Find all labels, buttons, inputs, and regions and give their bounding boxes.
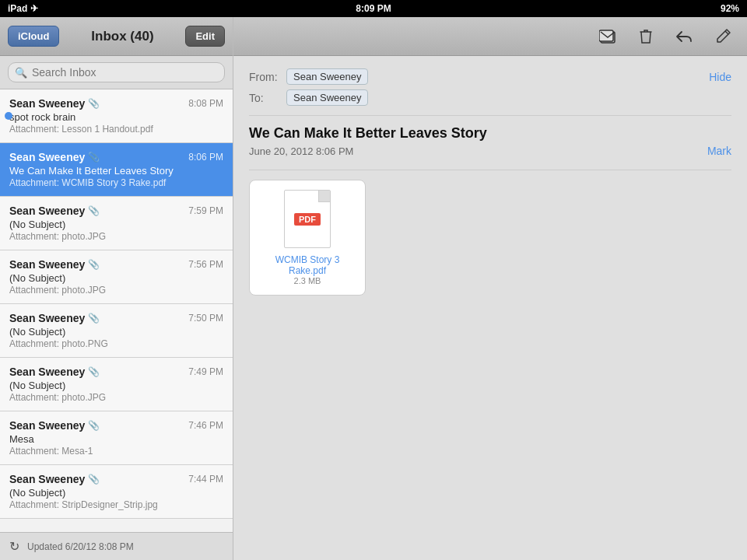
compose-button[interactable]: [711, 25, 735, 48]
reply-icon: [675, 29, 693, 44]
email-subject-preview: spot rock brain: [9, 111, 223, 123]
email-list-item[interactable]: Sean Sweeney 📎 7:44 PM (No Subject) Atta…: [0, 465, 233, 519]
to-label: To:: [249, 92, 280, 104]
email-timestamp: 7:46 PM: [188, 420, 223, 431]
email-timestamp: 8:06 PM: [188, 152, 223, 163]
email-list-item[interactable]: Sean Sweeney 📎 8:08 PM spot rock brain A…: [0, 89, 233, 143]
to-row: To: Sean Sweeney: [249, 89, 731, 106]
from-label: From:: [249, 71, 280, 83]
email-preview: Attachment: photo.PNG: [9, 338, 223, 349]
to-tag: Sean Sweeney: [286, 89, 368, 106]
from-row: From: Sean Sweeney Hide: [249, 68, 731, 85]
header-divider: [249, 115, 731, 116]
email-sender: Sean Sweeney 📎: [9, 258, 100, 271]
email-list-item[interactable]: Sean Sweeney 📎 7:49 PM (No Subject) Atta…: [0, 358, 233, 411]
email-preview: Attachment: Lesson 1 Handout.pdf: [9, 124, 223, 135]
sidebar-header: iCloud Inbox (40) Edit: [0, 17, 233, 56]
email-sender: Sean Sweeney 📎: [9, 473, 100, 485]
email-timestamp: 8:08 PM: [188, 98, 223, 109]
email-list-item[interactable]: Sean Sweeney 📎 8:06 PM We Can Make It Be…: [0, 143, 233, 197]
email-subject: We Can Make It Better Leaves Story: [249, 125, 731, 142]
paperclip-icon: 📎: [88, 474, 100, 485]
detail-toolbar: [233, 17, 747, 56]
paperclip-icon: 📎: [88, 259, 100, 270]
pdf-label: PDF: [294, 213, 321, 226]
refresh-icon[interactable]: ↻: [9, 539, 19, 554]
email-date-row: June 20, 2012 8:06 PM Mark: [249, 145, 731, 157]
sidebar: iCloud Inbox (40) Edit 🔍 Sean Sweeney 📎 …: [0, 17, 233, 560]
multiple-mails-icon: [599, 29, 616, 44]
attachment-card[interactable]: PDF WCMIB Story 3 Rake.pdf 2.3 MB: [249, 180, 366, 296]
email-subject-preview: (No Subject): [9, 326, 223, 338]
reply-button[interactable]: [672, 26, 696, 47]
email-preview: Attachment: photo.JPG: [9, 392, 223, 403]
attachment-filename: WCMIB Story 3 Rake.pdf: [259, 254, 356, 276]
body-divider: [249, 170, 731, 170]
detail-pane: From: Sean Sweeney Hide To: Sean Sweeney…: [233, 17, 747, 560]
search-bar-container: 🔍: [0, 56, 233, 89]
paperclip-icon: 📎: [88, 366, 100, 377]
hide-link[interactable]: Hide: [709, 71, 731, 83]
search-input[interactable]: [32, 66, 218, 79]
email-subject-preview: We Can Make It Better Leaves Story: [9, 165, 223, 177]
email-list: Sean Sweeney 📎 8:08 PM spot rock brain A…: [0, 89, 233, 532]
email-subject-preview: (No Subject): [9, 219, 223, 230]
paperclip-icon: 📎: [88, 420, 100, 431]
email-timestamp: 7:44 PM: [188, 474, 223, 485]
email-timestamp: 7:50 PM: [188, 313, 223, 324]
detail-content: From: Sean Sweeney Hide To: Sean Sweeney…: [233, 56, 747, 560]
attachment-container: PDF WCMIB Story 3 Rake.pdf 2.3 MB: [249, 180, 731, 296]
email-date-text: June 20, 2012 8:06 PM: [249, 145, 353, 157]
email-sender: Sean Sweeney 📎: [9, 366, 100, 378]
trash-icon: [638, 28, 654, 45]
search-icon: 🔍: [15, 67, 27, 79]
email-list-item[interactable]: Sean Sweeney 📎 7:46 PM Mesa Attachment: …: [0, 411, 233, 465]
trash-button[interactable]: [635, 25, 657, 48]
email-preview: Attachment: photo.JPG: [9, 231, 223, 242]
pdf-icon: PDF: [284, 190, 331, 248]
paperclip-icon: 📎: [88, 313, 100, 324]
main-container: iCloud Inbox (40) Edit 🔍 Sean Sweeney 📎 …: [0, 17, 747, 560]
status-bar: iPad ✈ 8:09 PM 92%: [0, 0, 747, 17]
network-icon: iPad ✈: [8, 3, 38, 14]
battery-level: 92%: [721, 3, 739, 14]
email-timestamp: 7:56 PM: [188, 259, 223, 270]
email-subject-preview: (No Subject): [9, 487, 223, 499]
paperclip-icon: 📎: [88, 152, 100, 163]
email-subject-preview: (No Subject): [9, 272, 223, 284]
email-timestamp: 7:49 PM: [188, 366, 223, 377]
multiple-mails-button[interactable]: [596, 26, 619, 47]
email-sender: Sean Sweeney 📎: [9, 419, 100, 432]
email-subject-preview: (No Subject): [9, 380, 223, 391]
email-preview: Attachment: StripDesigner_Strip.jpg: [9, 499, 223, 510]
compose-icon: [714, 28, 731, 45]
email-preview: Attachment: WCMIB Story 3 Rake.pdf: [9, 177, 223, 188]
attachment-size: 2.3 MB: [294, 276, 321, 285]
edit-button[interactable]: Edit: [185, 26, 225, 47]
email-list-item[interactable]: Sean Sweeney 📎 7:56 PM (No Subject) Atta…: [0, 250, 233, 304]
email-sender: Sean Sweeney 📎: [9, 312, 100, 324]
email-preview: Attachment: Mesa-1: [9, 446, 223, 457]
email-timestamp: 7:59 PM: [188, 205, 223, 216]
email-sender: Sean Sweeney 📎: [9, 97, 100, 110]
email-sender: Sean Sweeney 📎: [9, 151, 100, 163]
from-tag: Sean Sweeney: [286, 68, 368, 85]
email-preview: Attachment: photo.JPG: [9, 285, 223, 296]
email-sender: Sean Sweeney 📎: [9, 205, 100, 217]
icloud-button[interactable]: iCloud: [8, 26, 59, 47]
paperclip-icon: 📎: [88, 205, 100, 216]
search-wrapper: 🔍: [8, 62, 225, 82]
email-list-item[interactable]: Sean Sweeney 📎 7:59 PM (No Subject) Atta…: [0, 197, 233, 250]
inbox-title: Inbox (40): [91, 29, 153, 44]
updated-text: Updated 6/20/12 8:08 PM: [27, 541, 134, 552]
sidebar-footer: ↻ Updated 6/20/12 8:08 PM: [0, 532, 233, 560]
paperclip-icon: 📎: [88, 98, 100, 109]
email-subject-preview: Mesa: [9, 433, 223, 445]
clock: 8:09 PM: [356, 3, 391, 14]
mark-link[interactable]: Mark: [707, 145, 731, 157]
email-list-item[interactable]: Sean Sweeney 📎 7:50 PM (No Subject) Atta…: [0, 304, 233, 358]
